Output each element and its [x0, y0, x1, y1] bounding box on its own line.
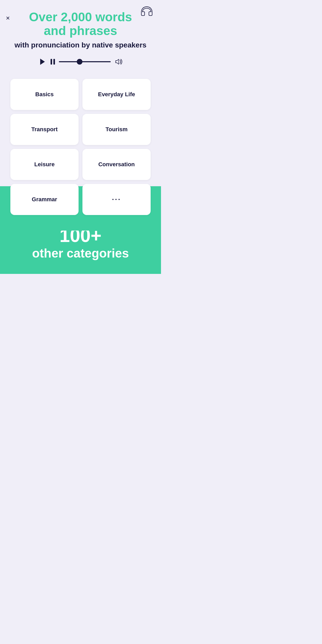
category-card-conversation[interactable]: Conversation [82, 149, 151, 180]
progress-bar[interactable] [59, 61, 111, 62]
category-label-basics: Basics [30, 86, 59, 103]
category-label-leisure: Leisure [29, 156, 60, 173]
main-title: Over 2,000 words and phrases [10, 10, 151, 38]
categories-grid: Basics Everyday Life Transport Tourism L… [10, 79, 151, 215]
category-card-more[interactable]: ··· [82, 184, 151, 215]
category-label-more: ··· [107, 190, 126, 209]
category-label-everyday-life: Everyday Life [93, 86, 140, 103]
play-button[interactable] [38, 58, 47, 66]
progress-knob[interactable] [77, 59, 82, 65]
categories-section: Basics Everyday Life Transport Tourism L… [0, 79, 161, 215]
category-label-transport: Transport [26, 121, 63, 138]
category-card-tourism[interactable]: Tourism [82, 114, 151, 145]
category-card-everyday-life[interactable]: Everyday Life [82, 79, 151, 110]
category-label-conversation: Conversation [93, 156, 140, 173]
category-card-transport[interactable]: Transport [10, 114, 79, 145]
category-card-grammar[interactable]: Grammar [10, 184, 79, 215]
category-label-tourism: Tourism [100, 121, 133, 138]
headphone-icon[interactable] [140, 5, 153, 18]
category-card-basics[interactable]: Basics [10, 79, 79, 110]
audio-controls [10, 58, 151, 66]
category-label-grammar: Grammar [27, 191, 62, 208]
sub-title: with pronunciation by native speakers [10, 40, 151, 50]
volume-icon[interactable] [115, 58, 123, 66]
bottom-text: other categories [0, 246, 161, 261]
bottom-count: 100+ [0, 225, 161, 246]
category-card-leisure[interactable]: Leisure [10, 149, 79, 180]
pause-button[interactable] [51, 59, 55, 65]
cross-icon[interactable]: ✕ [6, 15, 10, 21]
